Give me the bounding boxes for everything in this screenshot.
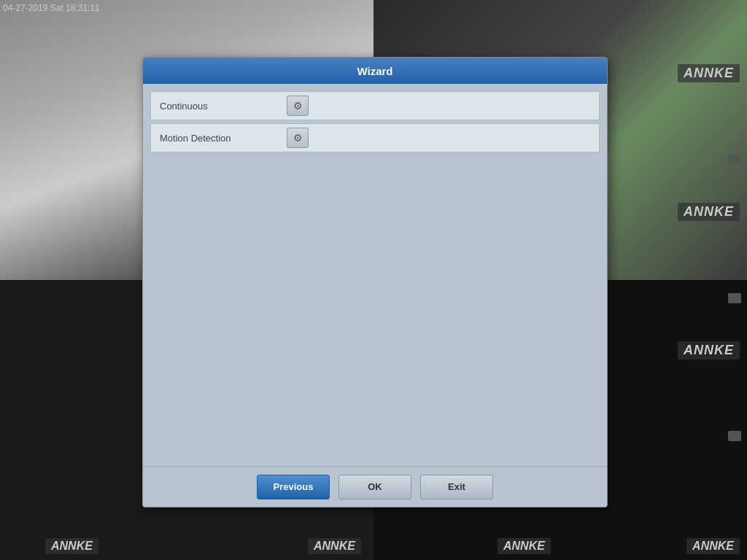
dialog-title-bar: Wizard [143, 58, 607, 84]
continuous-settings-button[interactable]: ⚙ [287, 96, 309, 116]
continuous-label: Continuous [151, 101, 282, 112]
gear-icon: ⚙ [293, 100, 303, 112]
exit-button[interactable]: Exit [420, 475, 493, 499]
motion-detection-settings-button[interactable]: ⚙ [287, 128, 309, 148]
previous-button[interactable]: Previous [257, 475, 330, 499]
dialog-content: Continuous ⚙ Motion Detection ⚙ [143, 84, 607, 466]
motion-detection-settings: ⚙ [282, 128, 599, 148]
modal-overlay: Wizard Continuous ⚙ Motion Detection ⚙ [0, 0, 747, 560]
continuous-row: Continuous ⚙ [150, 91, 600, 120]
wizard-dialog: Wizard Continuous ⚙ Motion Detection ⚙ [142, 57, 608, 508]
motion-detection-label: Motion Detection [151, 133, 282, 144]
dialog-footer: Previous OK Exit [143, 466, 607, 507]
motion-detection-row: Motion Detection ⚙ [150, 123, 600, 152]
continuous-settings: ⚙ [282, 96, 599, 116]
ok-button[interactable]: OK [338, 475, 411, 499]
dialog-title: Wizard [357, 65, 392, 77]
gear-icon-2: ⚙ [293, 132, 303, 144]
